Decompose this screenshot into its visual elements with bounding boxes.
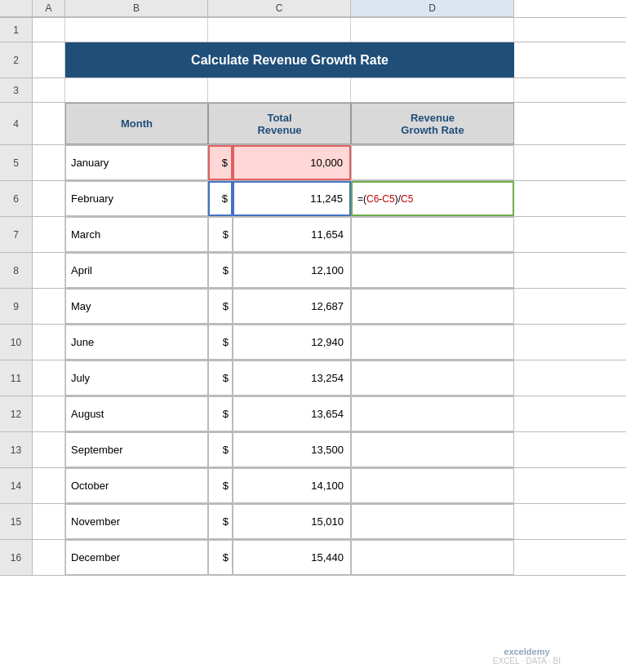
cell-amount-oct[interactable]: 14,100	[233, 468, 351, 503]
row-3: 3	[0, 78, 626, 103]
row-num-10: 10	[0, 325, 33, 360]
row-num-6: 6	[0, 181, 33, 216]
row-16: 16 December $ 15,440	[0, 540, 626, 576]
cell-growth-jan[interactable]	[351, 145, 514, 180]
cell-month-jun[interactable]: June	[65, 325, 208, 360]
cell-dollar-dec[interactable]: $	[208, 540, 233, 575]
cell-growth-aug[interactable]	[351, 396, 514, 431]
row-num-1: 1	[0, 18, 33, 42]
cell-month-oct[interactable]: October	[65, 468, 208, 503]
cell-c1[interactable]	[208, 18, 351, 42]
cell-month-jan[interactable]: January	[65, 145, 208, 180]
cell-month-apr[interactable]: April	[65, 253, 208, 288]
cell-a7[interactable]	[33, 217, 65, 252]
cell-a16[interactable]	[33, 540, 65, 575]
row-num-16: 16	[0, 540, 33, 575]
watermark-tagline: EXCEL · DATA · BI	[493, 657, 561, 665]
cell-amount-apr[interactable]: 12,100	[233, 253, 351, 288]
cell-b3[interactable]	[65, 78, 208, 102]
row-6: 6 February $ 11,245 =(C6-C5)/C5	[0, 181, 626, 217]
cell-month-feb[interactable]: February	[65, 181, 208, 216]
cell-a1[interactable]	[33, 18, 65, 42]
col-header-c[interactable]: C	[208, 0, 351, 17]
cell-growth-apr[interactable]	[351, 253, 514, 288]
cell-amount-mar[interactable]: 11,654	[233, 217, 351, 252]
cell-a10[interactable]	[33, 325, 65, 360]
cell-dollar-may[interactable]: $	[208, 289, 233, 324]
row-num-7: 7	[0, 217, 33, 252]
cell-amount-dec[interactable]: 15,440	[233, 540, 351, 575]
cell-month-aug[interactable]: August	[65, 396, 208, 431]
cell-amount-aug[interactable]: 13,654	[233, 396, 351, 431]
row-num-11: 11	[0, 360, 33, 396]
cell-dollar-oct[interactable]: $	[208, 468, 233, 503]
cell-month-jul[interactable]: July	[65, 360, 208, 396]
cell-a6[interactable]	[33, 181, 65, 216]
header-month: Month	[65, 103, 208, 144]
cell-growth-sep[interactable]	[351, 432, 514, 467]
spreadsheet: A B C D 1 2 Calculate Revenue Growth Rat…	[0, 0, 626, 672]
title-cell: Calculate Revenue Growth Rate	[65, 42, 514, 77]
cell-growth-mar[interactable]	[351, 217, 514, 252]
cell-growth-jun[interactable]	[351, 325, 514, 360]
cell-dollar-jan[interactable]: $	[208, 145, 233, 180]
cell-growth-nov[interactable]	[351, 504, 514, 539]
cell-amount-feb[interactable]: 11,245	[233, 181, 351, 216]
cell-amount-jun[interactable]: 12,940	[233, 325, 351, 360]
cell-month-sep[interactable]: September	[65, 432, 208, 467]
cell-a3[interactable]	[33, 78, 65, 102]
cell-a14[interactable]	[33, 468, 65, 503]
cell-dollar-nov[interactable]: $	[208, 504, 233, 539]
cell-a13[interactable]	[33, 432, 65, 467]
row-num-2: 2	[0, 42, 33, 77]
row-num-13: 13	[0, 432, 33, 467]
column-headers-row: A B C D	[0, 0, 626, 18]
cell-growth-dec[interactable]	[351, 540, 514, 575]
cell-dollar-feb[interactable]: $	[208, 181, 233, 216]
cell-a15[interactable]	[33, 504, 65, 539]
col-header-b[interactable]: B	[65, 0, 208, 17]
cell-growth-may[interactable]	[351, 289, 514, 324]
watermark-logo: exceldemy	[493, 647, 561, 657]
cell-month-dec[interactable]: December	[65, 540, 208, 575]
row-15: 15 November $ 15,010	[0, 504, 626, 540]
cell-growth-oct[interactable]	[351, 468, 514, 503]
cell-amount-jul[interactable]: 13,254	[233, 360, 351, 396]
cell-amount-sep[interactable]: 13,500	[233, 432, 351, 467]
col-header-d[interactable]: D	[351, 0, 514, 17]
cell-dollar-mar[interactable]: $	[208, 217, 233, 252]
cell-month-nov[interactable]: November	[65, 504, 208, 539]
watermark: exceldemy EXCEL · DATA · BI	[493, 647, 561, 665]
cell-d3[interactable]	[351, 78, 514, 102]
cell-a5[interactable]	[33, 145, 65, 180]
formula-display: =(C6-C5)/C5	[357, 193, 413, 205]
cell-amount-nov[interactable]: 15,010	[233, 504, 351, 539]
cell-d1[interactable]	[351, 18, 514, 42]
cell-a2[interactable]	[33, 42, 65, 77]
row-14: 14 October $ 14,100	[0, 468, 626, 504]
cell-a8[interactable]	[33, 253, 65, 288]
cell-a4[interactable]	[33, 103, 65, 144]
col-header-a[interactable]: A	[33, 0, 65, 17]
row-12: 12 August $ 13,654	[0, 396, 626, 432]
cell-dollar-apr[interactable]: $	[208, 253, 233, 288]
cell-b1[interactable]	[65, 18, 208, 42]
cell-month-mar[interactable]: March	[65, 217, 208, 252]
cell-a9[interactable]	[33, 289, 65, 324]
cell-a11[interactable]	[33, 360, 65, 396]
row-1: 1	[0, 18, 626, 42]
cell-c3[interactable]	[208, 78, 351, 102]
cell-a12[interactable]	[33, 396, 65, 431]
cell-dollar-aug[interactable]: $	[208, 396, 233, 431]
cell-dollar-jun[interactable]: $	[208, 325, 233, 360]
cell-month-may[interactable]: May	[65, 289, 208, 324]
cell-growth-feb[interactable]: =(C6-C5)/C5	[351, 181, 514, 216]
cell-dollar-jul[interactable]: $	[208, 360, 233, 396]
row-7: 7 March $ 11,654	[0, 217, 626, 253]
cell-amount-jan[interactable]: 10,000	[233, 145, 351, 180]
cell-dollar-sep[interactable]: $	[208, 432, 233, 467]
cell-growth-jul[interactable]	[351, 360, 514, 396]
row-9: 9 May $ 12,687	[0, 289, 626, 325]
corner-cell	[0, 0, 33, 17]
cell-amount-may[interactable]: 12,687	[233, 289, 351, 324]
